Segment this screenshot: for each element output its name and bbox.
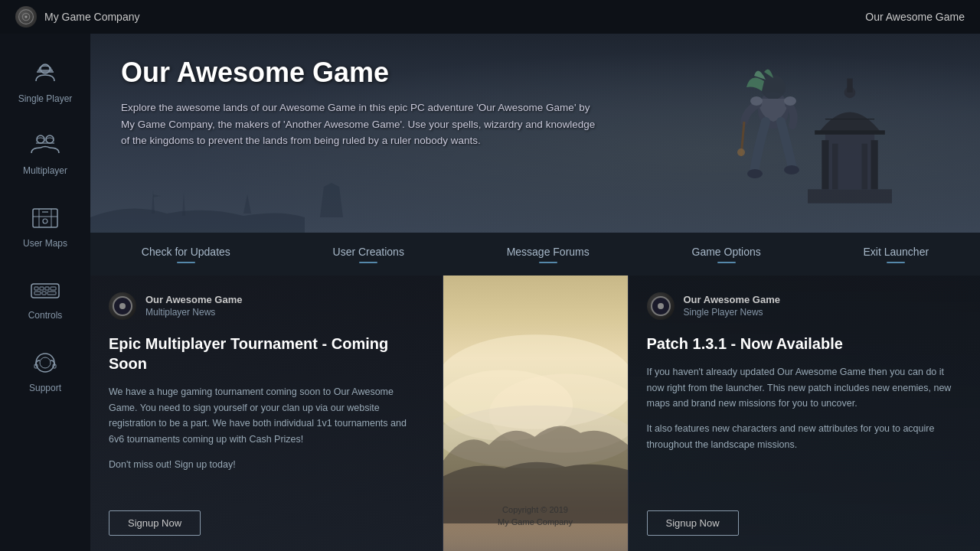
news-right-headline: Patch 1.3.1 - Now Available xyxy=(647,334,962,354)
nav-exit-launcher-label: Exit Launcher xyxy=(863,246,929,258)
svg-rect-24 xyxy=(871,140,878,189)
user-maps-icon xyxy=(26,203,64,233)
nav-underline xyxy=(177,262,195,263)
nav-message-forums[interactable]: Message Forums xyxy=(492,241,605,268)
copyright-line1: Copyright © 2019 xyxy=(498,504,573,516)
company-logo xyxy=(15,6,37,28)
news-right-body2: It also features new characters and new … xyxy=(647,421,962,452)
nav-exit-launcher[interactable]: Exit Launcher xyxy=(848,241,944,268)
multiplayer-icon xyxy=(26,130,64,161)
sidebar-user-maps-label: User Maps xyxy=(23,238,67,249)
nav-check-updates[interactable]: Check for Updates xyxy=(126,241,246,268)
svg-rect-12 xyxy=(51,287,56,290)
topbar-game-title: Our Awesome Game xyxy=(865,11,965,23)
news-logo-left xyxy=(109,292,136,320)
content-area: Our Awesome Game Explore the awesome lan… xyxy=(90,34,980,551)
svg-rect-10 xyxy=(40,287,44,290)
hero-character xyxy=(720,49,827,217)
nav-user-creations[interactable]: User Creations xyxy=(318,241,420,268)
hero-text: Our Awesome Game Explore the awesome lan… xyxy=(121,57,596,149)
news-right-body1: If you haven't already updated Our Aweso… xyxy=(647,364,962,412)
sidebar-item-single-player[interactable]: Single Player xyxy=(0,49,90,113)
news-section: Our Awesome Game Multiplayer News Epic M… xyxy=(90,276,980,551)
sidebar: Single Player Multiplayer xyxy=(0,34,90,551)
news-header-left: Our Awesome Game Multiplayer News xyxy=(109,292,424,320)
svg-point-2 xyxy=(24,15,27,18)
news-right-category: Single Player News xyxy=(684,307,780,319)
svg-point-37 xyxy=(737,148,745,156)
svg-point-7 xyxy=(43,219,47,223)
svg-rect-28 xyxy=(847,79,852,93)
sidebar-single-player-label: Single Player xyxy=(18,93,73,104)
hero-description: Explore the awesome lands of our Awesome… xyxy=(121,99,596,149)
svg-point-34 xyxy=(750,96,763,106)
sidebar-controls-label: Controls xyxy=(28,310,63,321)
news-title-block-left: Our Awesome Game Multiplayer News xyxy=(145,294,242,318)
controls-icon xyxy=(26,275,64,305)
topbar-left: My Game Company xyxy=(15,6,139,28)
news-left-body2: Don't miss out! Sign up today! xyxy=(109,457,424,473)
nav-game-options-label: Game Options xyxy=(692,246,761,258)
svg-rect-26 xyxy=(862,144,867,190)
nav-message-forums-label: Message Forums xyxy=(507,246,590,258)
sidebar-item-support[interactable]: Support xyxy=(0,338,90,403)
news-logo-right xyxy=(647,292,675,320)
news-right-signup-button[interactable]: Signup Now xyxy=(647,510,739,536)
nav-check-updates-label: Check for Updates xyxy=(142,246,230,258)
hero-title: Our Awesome Game xyxy=(121,57,596,89)
svg-point-16 xyxy=(36,354,54,372)
main-layout: Single Player Multiplayer xyxy=(0,34,980,551)
svg-rect-14 xyxy=(42,292,46,295)
topbar: My Game Company Our Awesome Game xyxy=(0,0,980,34)
svg-rect-13 xyxy=(34,292,41,295)
nav-game-options[interactable]: Game Options xyxy=(677,241,776,268)
svg-point-32 xyxy=(747,169,763,178)
news-header-right: Our Awesome Game Single Player News xyxy=(647,292,962,320)
hero-section: Our Awesome Game Explore the awesome lan… xyxy=(90,34,980,233)
news-title-block-right: Our Awesome Game Single Player News xyxy=(684,294,780,318)
nav-underline xyxy=(717,262,736,263)
nav-underline xyxy=(887,262,905,263)
svg-point-5 xyxy=(46,135,54,143)
navbar: Check for Updates User Creations Message… xyxy=(90,233,980,276)
news-right-game-title: Our Awesome Game xyxy=(684,294,780,307)
news-left-headline: Epic Multiplayer Tournament - Coming Soo… xyxy=(109,334,424,373)
svg-point-35 xyxy=(784,96,796,106)
company-name: My Game Company xyxy=(44,11,139,23)
sidebar-support-label: Support xyxy=(29,383,61,393)
news-card-singleplayer: Our Awesome Game Single Player News Patc… xyxy=(629,276,981,551)
nav-user-creations-label: User Creations xyxy=(333,246,404,258)
news-left-game-title: Our Awesome Game xyxy=(145,294,242,307)
news-left-body1: We have a huge gaming tournament coming … xyxy=(109,384,424,448)
nav-underline xyxy=(539,262,557,263)
svg-point-17 xyxy=(40,357,51,368)
nav-underline xyxy=(359,262,377,263)
copyright-line2: My Game Company xyxy=(498,517,573,528)
center-copyright: Copyright © 2019 My Game Company xyxy=(498,504,573,536)
news-left-signup-button[interactable]: Signup Now xyxy=(109,510,201,536)
svg-rect-11 xyxy=(45,287,49,290)
support-icon xyxy=(26,347,64,378)
svg-rect-8 xyxy=(31,284,59,298)
news-card-1-content: Our Awesome Game Multiplayer News Epic M… xyxy=(109,292,424,481)
sidebar-multiplayer-label: Multiplayer xyxy=(23,165,67,176)
news-card-center: Copyright © 2019 My Game Company xyxy=(443,276,629,551)
news-card-multiplayer: Our Awesome Game Multiplayer News Epic M… xyxy=(90,276,443,551)
svg-rect-15 xyxy=(47,292,56,295)
sidebar-item-user-maps[interactable]: User Maps xyxy=(0,194,90,258)
svg-rect-9 xyxy=(34,287,38,290)
sidebar-item-controls[interactable]: Controls xyxy=(0,266,90,330)
news-card-3-content: Our Awesome Game Single Player News Patc… xyxy=(647,292,962,461)
svg-point-33 xyxy=(784,165,799,174)
svg-point-4 xyxy=(37,135,44,143)
single-player-icon xyxy=(26,58,64,89)
sidebar-item-multiplayer[interactable]: Multiplayer xyxy=(0,121,90,185)
news-left-category: Multiplayer News xyxy=(145,307,242,319)
svg-rect-25 xyxy=(832,144,838,190)
